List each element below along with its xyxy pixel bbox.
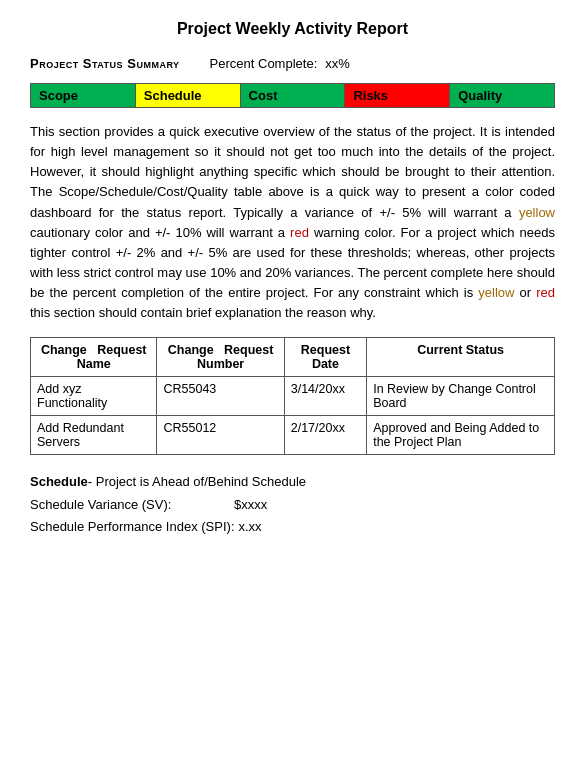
sv-label: Schedule Variance (SV): [30,494,230,516]
percent-complete-label: Percent Complete: [210,56,318,71]
status-color-table: ScopeScheduleCostRisksQuality [30,83,555,108]
change-table-header-row: Change Request Name Change Request Numbe… [31,338,555,377]
status-summary-label: Project Status Summary [30,56,180,71]
red-constraint: red [536,285,555,300]
change-name-cell: Add Redundant Servers [31,416,157,455]
schedule-subtitle: - Project is Ahead of/Behind Schedule [88,474,306,489]
spi-label: Schedule Performance Index (SPI): [30,516,235,538]
change-status-cell: Approved and Being Added to the Project … [367,416,555,455]
status-cell-schedule: Schedule [135,84,240,108]
sv-value: $xxxx [234,494,267,516]
status-cell-risks: Risks [345,84,450,108]
yellow-constraint: yellow [478,285,514,300]
percent-complete-group: Percent Complete: xx% [210,56,350,71]
yellow-text: yellow [519,205,555,220]
change-status-cell: In Review by Change Control Board [367,377,555,416]
col-request-date: Request Date [284,338,366,377]
change-table-row: Add Redundant ServersCR550122/17/20xxApp… [31,416,555,455]
change-number-cell: CR55043 [157,377,284,416]
col-current-status: Current Status [367,338,555,377]
percent-complete-value: xx% [325,56,350,71]
change-date-cell: 3/14/20xx [284,377,366,416]
change-date-cell: 2/17/20xx [284,416,366,455]
spi-line: Schedule Performance Index (SPI): x.xx [30,516,555,538]
change-name-cell: Add xyz Functionality [31,377,157,416]
schedule-section: Schedule- Project is Ahead of/Behind Sch… [30,471,555,537]
schedule-title-line: Schedule- Project is Ahead of/Behind Sch… [30,471,555,493]
change-table-row: Add xyz FunctionalityCR550433/14/20xxIn … [31,377,555,416]
status-cell-quality: Quality [450,84,555,108]
red-text: red [290,225,309,240]
status-summary-row: Project Status Summary Percent Complete:… [30,56,555,71]
change-number-cell: CR55012 [157,416,284,455]
schedule-bold-label: Schedule [30,474,88,489]
change-table-body: Add xyz FunctionalityCR550433/14/20xxIn … [31,377,555,455]
status-cell-scope: Scope [31,84,136,108]
sv-line: Schedule Variance (SV): $xxxx [30,494,555,516]
status-cell-cost: Cost [240,84,345,108]
col-change-request-number: Change Request Number [157,338,284,377]
body-text: This section provides a quick executive … [30,122,555,323]
change-request-table: Change Request Name Change Request Numbe… [30,337,555,455]
status-cells-row: ScopeScheduleCostRisksQuality [31,84,555,108]
spi-value: x.xx [239,516,262,538]
report-title: Project Weekly Activity Report [30,20,555,38]
col-change-request-name: Change Request Name [31,338,157,377]
